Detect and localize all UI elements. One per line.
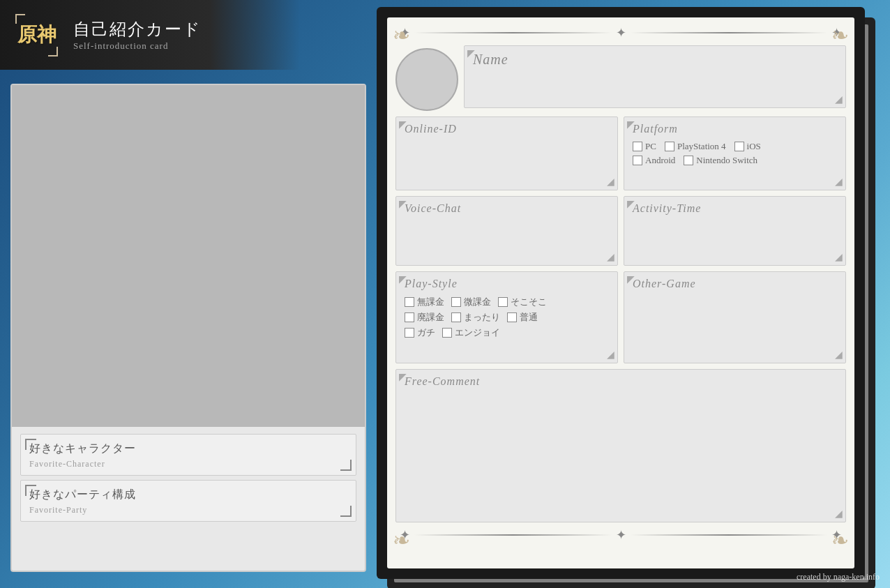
cb-futsu[interactable] bbox=[507, 312, 517, 322]
label-gachi: ガチ bbox=[417, 326, 435, 339]
platform-label: Platform bbox=[633, 123, 678, 135]
label-ps4: PlayStation 4 bbox=[677, 141, 726, 152]
free-comment-corner-br: ◢ bbox=[835, 509, 843, 519]
checkbox-mattari: まったり bbox=[451, 311, 500, 324]
fav-party-sub: Favorite-Party bbox=[29, 505, 347, 515]
checkbox-haika: 廃課金 bbox=[405, 311, 444, 324]
sub-title: Self-introduction card bbox=[73, 40, 202, 52]
cb-gachi[interactable] bbox=[405, 328, 414, 338]
logo: 原神 bbox=[14, 13, 59, 58]
play-style-corner-br: ◢ bbox=[607, 350, 614, 360]
fields-grid-2: ◤ Voice-Chat ◢ ◤ Activity-Time ◢ bbox=[395, 196, 846, 266]
online-id-label: Online-ID bbox=[405, 123, 457, 135]
checkbox-android: Android bbox=[633, 155, 675, 166]
cb-switch[interactable] bbox=[684, 156, 693, 165]
other-game-label: Other-Game bbox=[633, 278, 696, 289]
checkbox-pc: PC bbox=[633, 141, 656, 152]
header-title: 自己紹介カード Self-introduction card bbox=[73, 18, 202, 52]
label-futsu: 普通 bbox=[520, 311, 538, 324]
cb-android[interactable] bbox=[633, 156, 642, 165]
label-pc: PC bbox=[645, 141, 656, 152]
bottom-decoration-line: ✦ ✦ ✦ bbox=[395, 528, 846, 542]
right-card-inner: ❧ ❧ ❧ ❧ ✦ ✦ ✦ ◤ Name ◢ ◤ Online-ID ◢ bbox=[387, 17, 854, 568]
name-label: Name bbox=[473, 52, 508, 67]
cb-mattari[interactable] bbox=[451, 312, 461, 322]
fields-grid-1: ◤ Online-ID ◢ ◤ Platform PC PlayStati bbox=[395, 116, 846, 190]
label-bika: 微課金 bbox=[464, 296, 491, 308]
label-sokosoko: そこそこ bbox=[511, 296, 547, 308]
activity-time-corner-tl: ◤ bbox=[627, 199, 635, 209]
play-style-label: Play-Style bbox=[405, 278, 458, 289]
cb-mukakin[interactable] bbox=[405, 297, 414, 307]
platform-field: ◤ Platform PC PlayStation 4 bbox=[624, 116, 846, 190]
online-id-corner-br: ◢ bbox=[607, 177, 614, 187]
other-game-field: ◤ Other-Game ◢ bbox=[624, 271, 846, 363]
label-mattari: まったり bbox=[464, 311, 500, 324]
fields-grid-3: ◤ Play-Style 無課金 微課金 bbox=[395, 271, 846, 363]
platform-row-1: PC PlayStation 4 iOS bbox=[633, 141, 837, 152]
checkbox-gachi: ガチ bbox=[405, 326, 435, 339]
voice-chat-corner-tl: ◤ bbox=[399, 199, 407, 209]
cb-sokosoko[interactable] bbox=[498, 297, 508, 307]
top-decoration-line: ✦ ✦ ✦ bbox=[395, 26, 846, 40]
logo-corner-deco bbox=[14, 13, 59, 58]
playstyle-options: 無課金 微課金 そこそこ bbox=[405, 296, 609, 339]
right-card: ❧ ❧ ❧ ❧ ✦ ✦ ✦ ◤ Name ◢ ◤ Online-ID ◢ bbox=[377, 7, 865, 579]
cb-pc[interactable] bbox=[633, 142, 642, 151]
checkbox-switch: Nintendo Switch bbox=[684, 155, 757, 166]
deco-ornament-center: ✦ bbox=[612, 25, 631, 40]
cb-haika[interactable] bbox=[405, 312, 414, 322]
checkbox-ios: iOS bbox=[734, 141, 761, 152]
ps-row-2: 廃課金 まったり 普通 bbox=[405, 311, 609, 324]
play-style-corner-tl: ◤ bbox=[399, 275, 407, 285]
label-ios: iOS bbox=[747, 141, 761, 152]
deco-line-right bbox=[631, 32, 828, 33]
platform-options: PC PlayStation 4 iOS bbox=[633, 141, 837, 166]
checkbox-futsu: 普通 bbox=[507, 311, 538, 324]
label-enjoy: エンジョイ bbox=[455, 326, 500, 339]
ps-row-3: ガチ エンジョイ bbox=[405, 326, 609, 339]
free-comment-label: Free-Comment bbox=[405, 375, 480, 387]
fav-party-title: 好きなパーティ構成 bbox=[29, 488, 347, 502]
character-image-area bbox=[12, 85, 365, 427]
cb-enjoy[interactable] bbox=[442, 328, 452, 338]
other-game-corner-br: ◢ bbox=[835, 350, 843, 360]
checkbox-enjoy: エンジョイ bbox=[442, 326, 500, 339]
voice-chat-corner-br: ◢ bbox=[607, 252, 614, 262]
fav-char-title: 好きなキャラクター bbox=[29, 442, 347, 456]
name-corner-tl: ◤ bbox=[467, 49, 475, 59]
activity-time-label: Activity-Time bbox=[633, 202, 701, 214]
favorite-character-section: 好きなキャラクター Favorite-Character bbox=[20, 434, 356, 476]
other-game-corner-tl: ◤ bbox=[627, 275, 635, 285]
favorite-party-section: 好きなパーティ構成 Favorite-Party bbox=[20, 480, 356, 522]
cb-ps4[interactable] bbox=[665, 142, 674, 151]
cb-bika[interactable] bbox=[451, 297, 461, 307]
name-field: ◤ Name ◢ bbox=[464, 45, 846, 108]
voice-chat-label: Voice-Chat bbox=[405, 202, 461, 214]
ornament-bottom-right: ❧ bbox=[814, 528, 849, 563]
activity-time-corner-br: ◢ bbox=[835, 252, 843, 262]
online-id-field: ◤ Online-ID ◢ bbox=[395, 116, 618, 190]
online-id-corner-tl: ◤ bbox=[399, 120, 407, 130]
free-comment-field: ◤ Free-Comment ◢ bbox=[395, 369, 846, 522]
checkbox-mukakin: 無課金 bbox=[405, 296, 444, 308]
cb-ios[interactable] bbox=[734, 142, 744, 151]
ps-row-1: 無課金 微課金 そこそこ bbox=[405, 296, 609, 308]
activity-time-field: ◤ Activity-Time ◢ bbox=[624, 196, 846, 266]
checkbox-bika: 微課金 bbox=[451, 296, 491, 308]
deco-line-left bbox=[414, 32, 612, 33]
bottom-deco-line-right bbox=[631, 534, 828, 536]
platform-corner-br: ◢ bbox=[835, 177, 843, 187]
left-panel: 好きなキャラクター Favorite-Character 好きなパーティ構成 F… bbox=[10, 84, 366, 572]
label-switch: Nintendo Switch bbox=[696, 155, 757, 166]
name-corner-br: ◢ bbox=[835, 95, 843, 105]
platform-corner-tl: ◤ bbox=[627, 120, 635, 130]
checkbox-sokosoko: そこそこ bbox=[498, 296, 547, 308]
header: 原神 自己紹介カード Self-introduction card bbox=[0, 0, 300, 70]
label-android: Android bbox=[645, 155, 675, 166]
label-mukakin: 無課金 bbox=[417, 296, 444, 308]
credit-text: created by naga-ken.info bbox=[797, 572, 880, 582]
fav-char-sub: Favorite-Character bbox=[29, 459, 347, 469]
ornament-top-left: ❧ bbox=[393, 23, 428, 58]
bottom-deco-line-left bbox=[414, 534, 612, 536]
